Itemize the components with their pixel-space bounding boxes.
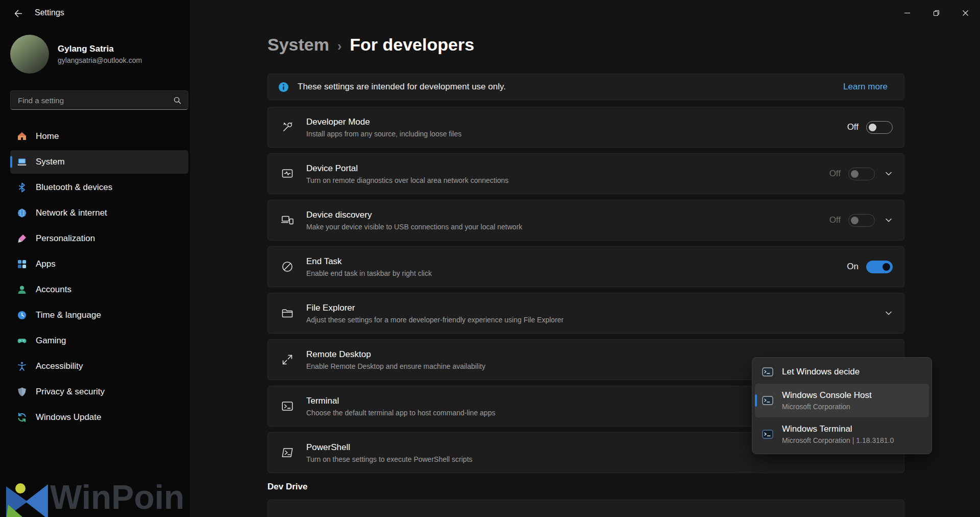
- setting-card-partial: [267, 500, 904, 517]
- selected-indicator: [10, 156, 12, 168]
- setting-description: Enable end task in taskbar by right clic…: [306, 269, 432, 277]
- banner-text: These settings are intended for developm…: [298, 82, 506, 92]
- sidebar-item-windows-update[interactable]: Windows Update: [10, 406, 188, 429]
- setting-card-device-discovery[interactable]: Device discovery Make your device visibl…: [267, 200, 904, 241]
- page-title: For developers: [350, 35, 474, 55]
- accounts-icon: [17, 285, 27, 295]
- end-task-icon: [281, 260, 294, 273]
- setting-card-file-explorer[interactable]: File Explorer Adjust these settings for …: [267, 293, 904, 334]
- developer-mode-toggle[interactable]: [866, 121, 893, 134]
- setting-title: Device discovery: [306, 210, 522, 220]
- setting-title: File Explorer: [306, 303, 564, 313]
- sidebar-item-label: System: [36, 157, 65, 167]
- sidebar-item-accessibility[interactable]: Accessibility: [10, 355, 188, 378]
- end-task-toggle[interactable]: [866, 261, 893, 273]
- sidebar-item-gaming[interactable]: Gaming: [10, 329, 188, 353]
- setting-description: Adjust these settings for a more develop…: [306, 316, 564, 324]
- toggle-state-label: Off: [847, 122, 859, 132]
- sidebar-item-label: Bluetooth & devices: [36, 182, 112, 193]
- setting-title: Terminal: [306, 396, 495, 406]
- user-name: Gylang Satria: [58, 44, 142, 54]
- sidebar-nav: Home System Bluetooth & devices Network …: [10, 125, 188, 431]
- setting-title: End Task: [306, 256, 432, 267]
- info-banner: These settings are intended for developm…: [267, 74, 904, 100]
- sidebar-item-label: Home: [36, 131, 59, 142]
- watermark-text: WinPoin: [50, 480, 184, 514]
- sidebar-item-label: Network & internet: [36, 208, 107, 218]
- update-icon: [17, 412, 27, 422]
- home-icon: [17, 131, 27, 142]
- setting-description: Install apps from any source, including …: [306, 130, 461, 138]
- sidebar-item-system[interactable]: System: [10, 150, 188, 174]
- sidebar-item-privacy-security[interactable]: Privacy & security: [10, 380, 188, 404]
- winpoin-logo: [5, 475, 49, 517]
- search-icon[interactable]: [173, 96, 182, 105]
- personalization-icon: [17, 233, 27, 244]
- console-icon: [762, 366, 774, 378]
- dropdown-item-windows-terminal[interactable]: Windows Terminal Microsoft Corporation |…: [755, 417, 929, 451]
- device-discovery-icon: [281, 214, 294, 227]
- device-portal-icon: [281, 167, 294, 180]
- developer-mode-icon: [281, 121, 294, 134]
- setting-card-device-portal[interactable]: Device Portal Turn on remote diagnostics…: [267, 153, 904, 194]
- section-header-dev-drive: Dev Drive: [267, 482, 904, 492]
- search-input[interactable]: [11, 96, 173, 105]
- sidebar-item-network-internet[interactable]: Network & internet: [10, 201, 188, 225]
- setting-title: Developer Mode: [306, 117, 461, 127]
- sidebar-item-label: Apps: [36, 259, 56, 269]
- network-icon: [17, 208, 27, 218]
- sidebar-item-label: Privacy & security: [36, 387, 105, 397]
- minimize-button[interactable]: [893, 0, 922, 26]
- close-button[interactable]: [951, 0, 980, 26]
- shield-icon: [17, 387, 27, 397]
- avatar: [10, 35, 49, 74]
- breadcrumb-system[interactable]: System: [267, 35, 329, 55]
- learn-more-link[interactable]: Learn more: [843, 82, 888, 92]
- window-controls: [893, 0, 980, 26]
- info-icon: [278, 82, 289, 92]
- dropdown-item-title: Let Windows decide: [782, 367, 860, 377]
- toggle-state-label: Off: [829, 169, 841, 179]
- toggle-state-label: Off: [829, 215, 841, 225]
- setting-description: Enable Remote Desktop and ensure machine…: [306, 362, 485, 370]
- sidebar-item-bluetooth-devices[interactable]: Bluetooth & devices: [10, 176, 188, 199]
- device-discovery-toggle[interactable]: [848, 214, 875, 227]
- setting-title: PowerShell: [306, 442, 473, 453]
- setting-card-end-task: End Task Enable end task in taskbar by r…: [267, 246, 904, 287]
- folder-icon: [281, 307, 294, 320]
- sidebar-item-accounts[interactable]: Accounts: [10, 278, 188, 301]
- dropdown-item-let-windows-decide[interactable]: Let Windows decide: [755, 360, 929, 384]
- accessibility-icon: [17, 361, 27, 371]
- setting-description: Turn on remote diagnostics over local ar…: [306, 176, 508, 184]
- sidebar-item-apps[interactable]: Apps: [10, 252, 188, 276]
- back-arrow-icon: [13, 9, 23, 18]
- terminal-icon: [281, 400, 294, 413]
- sidebar-item-personalization[interactable]: Personalization: [10, 227, 188, 250]
- user-profile[interactable]: Gylang Satria gylangsatria@outlook.com: [10, 35, 184, 74]
- maximize-button[interactable]: [922, 0, 951, 26]
- sidebar-item-label: Accessibility: [36, 361, 83, 371]
- titlebar: Settings: [0, 0, 980, 26]
- setting-title: Device Portal: [306, 163, 508, 174]
- chevron-down-icon[interactable]: [885, 170, 893, 178]
- device-portal-toggle[interactable]: [848, 168, 875, 180]
- dropdown-item-title: Windows Terminal: [782, 424, 894, 434]
- chevron-down-icon[interactable]: [885, 216, 893, 224]
- user-email: gylangsatria@outlook.com: [58, 56, 142, 64]
- terminal-dropdown-menu: Let Windows decide Windows Console Host …: [752, 357, 932, 454]
- sidebar-item-label: Personalization: [36, 233, 95, 244]
- chevron-down-icon[interactable]: [885, 309, 893, 317]
- sidebar-item-home[interactable]: Home: [10, 125, 188, 148]
- dropdown-item-subtitle: Microsoft Corporation: [782, 403, 872, 411]
- back-button[interactable]: [8, 5, 28, 22]
- gamepad-icon: [17, 336, 27, 346]
- bluetooth-icon: [17, 182, 27, 193]
- powershell-icon: [281, 446, 294, 459]
- dropdown-item-windows-console-host[interactable]: Windows Console Host Microsoft Corporati…: [755, 384, 929, 417]
- search-box: [10, 90, 188, 110]
- dropdown-item-subtitle: Microsoft Corporation | 1.18.3181.0: [782, 436, 894, 444]
- clock-icon: [17, 310, 27, 320]
- remote-desktop-icon: [281, 353, 294, 366]
- windows-terminal-icon: [762, 428, 774, 440]
- sidebar-item-time-language[interactable]: Time & language: [10, 303, 188, 327]
